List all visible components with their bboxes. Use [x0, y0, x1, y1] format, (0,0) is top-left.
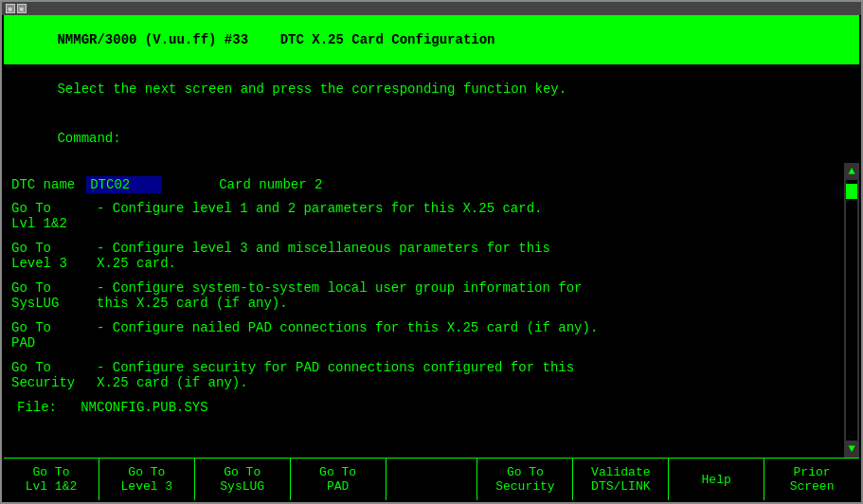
scrollbar: ▲ ▼: [844, 163, 859, 458]
goto-block-5: Go To - Configure security for PAD conne…: [11, 360, 840, 390]
goto-row-1: Go To - Configure level 1 and 2 paramete…: [11, 201, 840, 216]
fn-key-9[interactable]: Prior Screen: [764, 459, 859, 500]
fn2-line1: Go To: [128, 465, 165, 479]
main-content: DTC name Card number 2 Go To - Configure…: [4, 163, 859, 458]
fn4-line1: Go To: [319, 465, 356, 479]
fn9-line2: Screen: [790, 479, 835, 494]
fn7-line2: DTS/LINK: [591, 479, 650, 494]
fn-key-5-empty: [387, 459, 478, 500]
goto-desc-1: - Configure level 1 and 2 parameters for…: [97, 201, 840, 216]
goto-sublabel-4: PAD: [11, 335, 97, 351]
goto-block-2: Go To - Configure level 3 and miscellane…: [11, 241, 840, 271]
file-area: File: NMCONFIG.PUB.SYS: [11, 400, 840, 415]
fn2-line2: Level 3: [121, 479, 173, 494]
fn9-line1: Prior: [794, 465, 831, 479]
title-text: NMMGR/3000 (V.uu.ff) #33 DTC X.25 Card C…: [57, 32, 494, 47]
scroll-down-arrow[interactable]: ▼: [846, 441, 856, 458]
goto-sublabel-5: Security: [11, 375, 97, 390]
goto-block-1: Go To - Configure level 1 and 2 paramete…: [11, 201, 840, 231]
fn-key-3[interactable]: Go To SysLUG: [195, 459, 291, 500]
window-min-btn[interactable]: ■: [17, 4, 27, 13]
fn3-line1: Go To: [224, 465, 261, 479]
fn3-line2: SysLUG: [220, 479, 264, 494]
goto-label-5: Go To: [11, 360, 97, 375]
goto-desc-5b: X.25 card (if any).: [97, 375, 840, 390]
card-number-label: Card number 2: [219, 177, 322, 192]
window-close-btn[interactable]: ■: [6, 4, 15, 13]
fn6-line1: Go To: [507, 465, 544, 479]
dtc-name-input[interactable]: [86, 176, 162, 193]
fn1-line2: Lvl 1&2: [26, 479, 78, 494]
goto-desc-4: - Configure nailed PAD connections for t…: [97, 320, 840, 335]
goto-label-1: Go To: [11, 201, 97, 216]
goto-label-2: Go To: [11, 241, 97, 256]
scrollbar-track: [846, 180, 857, 441]
command-line: Command:: [4, 114, 859, 163]
goto-sublabel-1: Lvl 1&2: [11, 216, 97, 231]
fn-key-8[interactable]: Help: [669, 459, 764, 500]
goto-block-4: Go To - Configure nailed PAD connections…: [11, 320, 840, 351]
goto-desc-5: - Configure security for PAD connections…: [97, 360, 840, 375]
goto-row-2: Go To - Configure level 3 and miscellane…: [11, 241, 840, 256]
subtitle-text: Select the next screen and press the cor…: [57, 81, 566, 97]
fn-key-6[interactable]: Go To Security: [477, 459, 573, 500]
scroll-up-arrow[interactable]: ▲: [846, 163, 856, 180]
dtc-label: DTC name: [11, 177, 75, 192]
terminal-window: ■ ■ NMMGR/3000 (V.uu.ff) #33 DTC X.25 Ca…: [0, 0, 863, 504]
goto-desc-2b: X.25 card.: [97, 256, 840, 271]
goto-row-5: Go To - Configure security for PAD conne…: [11, 360, 840, 375]
fn1-line1: Go To: [32, 465, 69, 479]
window-controls: ■ ■: [2, 2, 861, 15]
goto-label-3: Go To: [11, 280, 97, 296]
fn-key-1[interactable]: Go To Lvl 1&2: [4, 459, 99, 500]
fn7-line1: Validate: [591, 465, 650, 479]
dtc-row: DTC name Card number 2: [11, 176, 840, 193]
subtitle-line: Select the next screen and press the cor…: [4, 64, 859, 114]
fn-key-4[interactable]: Go To PAD: [291, 459, 387, 500]
fn6-line2: Security: [495, 479, 554, 494]
goto-row-4: Go To - Configure nailed PAD connections…: [11, 320, 840, 335]
command-label: Command:: [57, 131, 120, 146]
goto-label-4: Go To: [11, 320, 97, 335]
fn-key-2[interactable]: Go To Level 3: [99, 459, 195, 500]
scrollbar-thumb[interactable]: [846, 184, 857, 199]
goto-sublabel-2: Level 3: [11, 256, 97, 271]
terminal-area: NMMGR/3000 (V.uu.ff) #33 DTC X.25 Card C…: [4, 15, 859, 500]
goto-desc-2: - Configure level 3 and miscellaneous pa…: [97, 241, 840, 256]
goto-sublabel-3: SysLUG: [11, 296, 97, 311]
file-line: File: NMCONFIG.PUB.SYS: [11, 396, 214, 419]
goto-block-3: Go To - Configure system-to-system local…: [11, 280, 840, 311]
function-key-bar: Go To Lvl 1&2 Go To Level 3 Go To SysLUG…: [4, 458, 859, 500]
fn-key-7[interactable]: Validate DTS/LINK: [573, 459, 669, 500]
goto-desc-3: - Configure system-to-system local user …: [97, 280, 840, 296]
fn4-line2: PAD: [327, 479, 349, 494]
goto-desc-3b: this X.25 card (if any).: [97, 296, 840, 311]
title-bar: NMMGR/3000 (V.uu.ff) #33 DTC X.25 Card C…: [4, 15, 859, 64]
goto-row-3: Go To - Configure system-to-system local…: [11, 280, 840, 296]
fn8-line1: Help: [702, 473, 731, 487]
